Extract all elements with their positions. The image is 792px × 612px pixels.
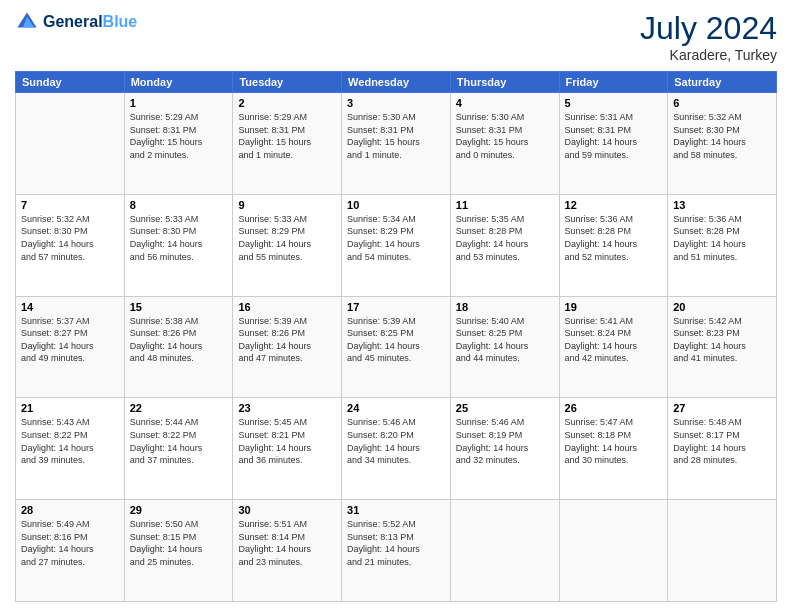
day-number: 8 xyxy=(130,199,228,211)
day-number: 10 xyxy=(347,199,445,211)
day-number: 5 xyxy=(565,97,663,109)
day-info: Sunrise: 5:43 AM Sunset: 8:22 PM Dayligh… xyxy=(21,416,119,466)
table-row: 25Sunrise: 5:46 AM Sunset: 8:19 PM Dayli… xyxy=(450,398,559,500)
day-number: 30 xyxy=(238,504,336,516)
day-number: 21 xyxy=(21,402,119,414)
day-number: 4 xyxy=(456,97,554,109)
day-info: Sunrise: 5:52 AM Sunset: 8:13 PM Dayligh… xyxy=(347,518,445,568)
col-saturday: Saturday xyxy=(668,72,777,93)
table-row: 16Sunrise: 5:39 AM Sunset: 8:26 PM Dayli… xyxy=(233,296,342,398)
table-row: 7Sunrise: 5:32 AM Sunset: 8:30 PM Daylig… xyxy=(16,194,125,296)
title-block: July 2024 Karadere, Turkey xyxy=(640,10,777,63)
day-info: Sunrise: 5:39 AM Sunset: 8:26 PM Dayligh… xyxy=(238,315,336,365)
day-number: 31 xyxy=(347,504,445,516)
day-number: 18 xyxy=(456,301,554,313)
day-number: 19 xyxy=(565,301,663,313)
day-number: 13 xyxy=(673,199,771,211)
day-info: Sunrise: 5:44 AM Sunset: 8:22 PM Dayligh… xyxy=(130,416,228,466)
day-number: 7 xyxy=(21,199,119,211)
day-number: 25 xyxy=(456,402,554,414)
col-monday: Monday xyxy=(124,72,233,93)
logo-blue: Blue xyxy=(103,13,138,30)
col-tuesday: Tuesday xyxy=(233,72,342,93)
calendar-header-row: Sunday Monday Tuesday Wednesday Thursday… xyxy=(16,72,777,93)
table-row: 4Sunrise: 5:30 AM Sunset: 8:31 PM Daylig… xyxy=(450,93,559,195)
day-number: 16 xyxy=(238,301,336,313)
day-info: Sunrise: 5:37 AM Sunset: 8:27 PM Dayligh… xyxy=(21,315,119,365)
table-row: 27Sunrise: 5:48 AM Sunset: 8:17 PM Dayli… xyxy=(668,398,777,500)
table-row: 17Sunrise: 5:39 AM Sunset: 8:25 PM Dayli… xyxy=(342,296,451,398)
day-info: Sunrise: 5:32 AM Sunset: 8:30 PM Dayligh… xyxy=(673,111,771,161)
table-row xyxy=(450,500,559,602)
day-info: Sunrise: 5:36 AM Sunset: 8:28 PM Dayligh… xyxy=(565,213,663,263)
day-number: 15 xyxy=(130,301,228,313)
location: Karadere, Turkey xyxy=(640,47,777,63)
day-info: Sunrise: 5:30 AM Sunset: 8:31 PM Dayligh… xyxy=(456,111,554,161)
day-info: Sunrise: 5:32 AM Sunset: 8:30 PM Dayligh… xyxy=(21,213,119,263)
logo-text: GeneralBlue xyxy=(43,13,137,31)
table-row xyxy=(559,500,668,602)
table-row: 2Sunrise: 5:29 AM Sunset: 8:31 PM Daylig… xyxy=(233,93,342,195)
day-info: Sunrise: 5:47 AM Sunset: 8:18 PM Dayligh… xyxy=(565,416,663,466)
calendar-week-row: 28Sunrise: 5:49 AM Sunset: 8:16 PM Dayli… xyxy=(16,500,777,602)
day-number: 26 xyxy=(565,402,663,414)
day-info: Sunrise: 5:49 AM Sunset: 8:16 PM Dayligh… xyxy=(21,518,119,568)
day-info: Sunrise: 5:31 AM Sunset: 8:31 PM Dayligh… xyxy=(565,111,663,161)
logo: GeneralBlue xyxy=(15,10,137,34)
table-row: 5Sunrise: 5:31 AM Sunset: 8:31 PM Daylig… xyxy=(559,93,668,195)
day-info: Sunrise: 5:46 AM Sunset: 8:19 PM Dayligh… xyxy=(456,416,554,466)
day-number: 11 xyxy=(456,199,554,211)
table-row xyxy=(16,93,125,195)
day-info: Sunrise: 5:38 AM Sunset: 8:26 PM Dayligh… xyxy=(130,315,228,365)
day-info: Sunrise: 5:40 AM Sunset: 8:25 PM Dayligh… xyxy=(456,315,554,365)
logo-general: General xyxy=(43,13,103,30)
table-row: 21Sunrise: 5:43 AM Sunset: 8:22 PM Dayli… xyxy=(16,398,125,500)
table-row: 18Sunrise: 5:40 AM Sunset: 8:25 PM Dayli… xyxy=(450,296,559,398)
calendar-week-row: 14Sunrise: 5:37 AM Sunset: 8:27 PM Dayli… xyxy=(16,296,777,398)
day-info: Sunrise: 5:45 AM Sunset: 8:21 PM Dayligh… xyxy=(238,416,336,466)
table-row: 8Sunrise: 5:33 AM Sunset: 8:30 PM Daylig… xyxy=(124,194,233,296)
col-thursday: Thursday xyxy=(450,72,559,93)
day-info: Sunrise: 5:36 AM Sunset: 8:28 PM Dayligh… xyxy=(673,213,771,263)
day-info: Sunrise: 5:51 AM Sunset: 8:14 PM Dayligh… xyxy=(238,518,336,568)
day-number: 14 xyxy=(21,301,119,313)
day-info: Sunrise: 5:46 AM Sunset: 8:20 PM Dayligh… xyxy=(347,416,445,466)
day-number: 3 xyxy=(347,97,445,109)
table-row: 31Sunrise: 5:52 AM Sunset: 8:13 PM Dayli… xyxy=(342,500,451,602)
page: GeneralBlue July 2024 Karadere, Turkey S… xyxy=(0,0,792,612)
day-number: 6 xyxy=(673,97,771,109)
day-info: Sunrise: 5:34 AM Sunset: 8:29 PM Dayligh… xyxy=(347,213,445,263)
logo-icon xyxy=(15,10,39,34)
table-row: 22Sunrise: 5:44 AM Sunset: 8:22 PM Dayli… xyxy=(124,398,233,500)
day-info: Sunrise: 5:39 AM Sunset: 8:25 PM Dayligh… xyxy=(347,315,445,365)
calendar-table: Sunday Monday Tuesday Wednesday Thursday… xyxy=(15,71,777,602)
month-year: July 2024 xyxy=(640,10,777,47)
day-info: Sunrise: 5:42 AM Sunset: 8:23 PM Dayligh… xyxy=(673,315,771,365)
day-info: Sunrise: 5:35 AM Sunset: 8:28 PM Dayligh… xyxy=(456,213,554,263)
day-info: Sunrise: 5:50 AM Sunset: 8:15 PM Dayligh… xyxy=(130,518,228,568)
day-number: 20 xyxy=(673,301,771,313)
calendar-week-row: 21Sunrise: 5:43 AM Sunset: 8:22 PM Dayli… xyxy=(16,398,777,500)
day-info: Sunrise: 5:41 AM Sunset: 8:24 PM Dayligh… xyxy=(565,315,663,365)
col-sunday: Sunday xyxy=(16,72,125,93)
header: GeneralBlue July 2024 Karadere, Turkey xyxy=(15,10,777,63)
col-wednesday: Wednesday xyxy=(342,72,451,93)
day-number: 27 xyxy=(673,402,771,414)
table-row: 11Sunrise: 5:35 AM Sunset: 8:28 PM Dayli… xyxy=(450,194,559,296)
calendar-week-row: 7Sunrise: 5:32 AM Sunset: 8:30 PM Daylig… xyxy=(16,194,777,296)
day-info: Sunrise: 5:33 AM Sunset: 8:29 PM Dayligh… xyxy=(238,213,336,263)
table-row: 29Sunrise: 5:50 AM Sunset: 8:15 PM Dayli… xyxy=(124,500,233,602)
calendar-week-row: 1Sunrise: 5:29 AM Sunset: 8:31 PM Daylig… xyxy=(16,93,777,195)
table-row: 10Sunrise: 5:34 AM Sunset: 8:29 PM Dayli… xyxy=(342,194,451,296)
day-number: 12 xyxy=(565,199,663,211)
table-row xyxy=(668,500,777,602)
day-info: Sunrise: 5:33 AM Sunset: 8:30 PM Dayligh… xyxy=(130,213,228,263)
table-row: 30Sunrise: 5:51 AM Sunset: 8:14 PM Dayli… xyxy=(233,500,342,602)
day-number: 29 xyxy=(130,504,228,516)
col-friday: Friday xyxy=(559,72,668,93)
table-row: 26Sunrise: 5:47 AM Sunset: 8:18 PM Dayli… xyxy=(559,398,668,500)
table-row: 15Sunrise: 5:38 AM Sunset: 8:26 PM Dayli… xyxy=(124,296,233,398)
table-row: 19Sunrise: 5:41 AM Sunset: 8:24 PM Dayli… xyxy=(559,296,668,398)
day-number: 17 xyxy=(347,301,445,313)
day-number: 23 xyxy=(238,402,336,414)
